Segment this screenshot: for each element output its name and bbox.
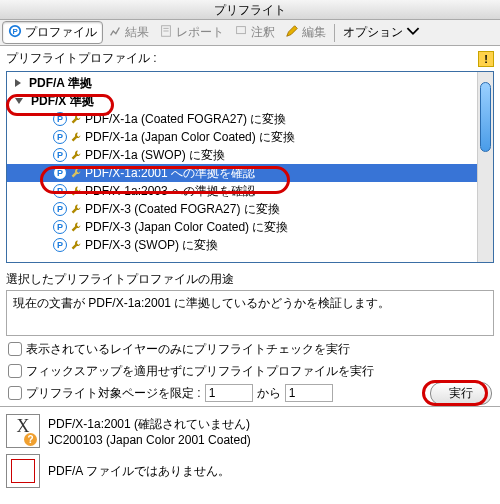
footer: X ? PDF/X-1a:2001 (確認されていません) JC200103 (…: [0, 406, 500, 495]
opt-label: フィックスアップを適用せずにプリフライトプロファイルを実行: [26, 363, 374, 380]
checkbox[interactable]: [8, 364, 22, 378]
tree-item-label: PDF/X-1a:2001 への準拠を確認: [85, 165, 255, 182]
profile-p-icon: P: [53, 112, 67, 126]
checkbox[interactable]: [8, 386, 22, 400]
to-label: から: [257, 385, 281, 402]
tree-scrollbar[interactable]: [477, 72, 493, 262]
profile-p-icon: P: [53, 148, 67, 162]
profile-p-icon: P: [53, 202, 67, 216]
tree-item-label: PDF/X-1a:2003 への準拠を確認: [85, 183, 255, 200]
profile-p-icon: P: [53, 130, 67, 144]
tree-item[interactable]: P PDF/X-3 (SWOP) に変換: [7, 236, 477, 254]
tree-item[interactable]: P PDF/X-3 (Japan Color Coated) に変換: [7, 218, 477, 236]
footer-pdfx: X ? PDF/X-1a:2001 (確認されていません) JC200103 (…: [6, 411, 494, 451]
profile-p-icon: P: [53, 238, 67, 252]
disclosure-closed-icon[interactable]: [15, 79, 21, 87]
tree-item-selected[interactable]: P PDF/X-1a:2001 への準拠を確認: [7, 164, 477, 182]
tree-item-label: PDF/X-1a (Japan Color Coated) に変換: [85, 129, 295, 146]
chevron-down-icon: [406, 24, 420, 41]
tab-report[interactable]: レポート: [154, 22, 229, 43]
pdfx-status-line2: JC200103 (Japan Color 2001 Coated): [48, 433, 251, 447]
tree-item-label: PDF/X-3 (SWOP) に変換: [85, 237, 218, 254]
tree-item[interactable]: P PDF/X-3 (Coated FOGRA27) に変換: [7, 200, 477, 218]
footer-pdfa: PDF/A ファイルではありません。: [6, 451, 494, 491]
profile-p-icon: P: [53, 166, 67, 180]
tree-item[interactable]: P PDF/X-1a (Coated FOGRA27) に変換: [7, 110, 477, 128]
tree-item-label: PDF/X-3 (Japan Color Coated) に変換: [85, 219, 288, 236]
pencil-icon: [285, 24, 299, 41]
wrench-icon: [69, 220, 83, 234]
options-panel: 表示されているレイヤーのみにプリフライトチェックを実行 フィックスアップを適用せ…: [0, 336, 500, 406]
edit-button[interactable]: 編集: [280, 22, 331, 43]
wrench-icon: [69, 130, 83, 144]
group-label: PDF/X 準拠: [31, 93, 94, 110]
wrench-icon: [69, 166, 83, 180]
checkbox[interactable]: [8, 342, 22, 356]
profile-icon: P: [8, 24, 22, 41]
wrench-icon: [69, 112, 83, 126]
purpose-text: 現在の文書が PDF/X-1a:2001 に準拠しているかどうかを検証します。: [13, 296, 390, 310]
tab-annotation-label: 注釈: [251, 24, 275, 41]
tab-results[interactable]: 結果: [103, 22, 154, 43]
window-titlebar: プリフライト: [0, 0, 500, 20]
tree-item[interactable]: P PDF/X-1a:2003 への準拠を確認: [7, 182, 477, 200]
edit-label: 編集: [302, 24, 326, 41]
tree-item[interactable]: P PDF/X-1a (SWOP) に変換: [7, 146, 477, 164]
question-badge-icon: ?: [24, 433, 37, 446]
svg-rect-5: [237, 27, 246, 34]
tab-results-label: 結果: [125, 24, 149, 41]
tree-item-label: PDF/X-3 (Coated FOGRA27) に変換: [85, 201, 280, 218]
purpose-heading: 選択したプリフライトプロファイルの用途: [0, 265, 500, 290]
opt-visible-layers[interactable]: 表示されているレイヤーのみにプリフライトチェックを実行: [8, 338, 492, 360]
wrench-icon: [69, 202, 83, 216]
results-icon: [108, 24, 122, 41]
tab-profile-label: プロファイル: [25, 24, 97, 41]
tree-item-label: PDF/X-1a (SWOP) に変換: [85, 147, 225, 164]
annotation-icon: [234, 24, 248, 41]
group-label: PDF/A 準拠: [29, 75, 92, 92]
tree-item[interactable]: P PDF/X-1a (Japan Color Coated) に変換: [7, 128, 477, 146]
tree-group-pdfa[interactable]: PDF/A 準拠: [7, 74, 477, 92]
disclosure-open-icon[interactable]: [15, 98, 23, 104]
opt-label: プリフライト対象ページを限定 :: [26, 385, 201, 402]
tab-annotation[interactable]: 注釈: [229, 22, 280, 43]
window-title: プリフライト: [214, 3, 286, 17]
pdfx-icon: X ?: [6, 414, 40, 448]
page-to-input[interactable]: [285, 384, 333, 402]
opt-no-fixups[interactable]: フィックスアップを適用せずにプリフライトプロファイルを実行: [8, 360, 492, 382]
pdfa-icon: [6, 454, 40, 488]
warning-icon[interactable]: !: [478, 51, 494, 67]
toolbar-separator: [334, 24, 335, 42]
options-label: オプション: [343, 24, 403, 41]
profile-p-icon: P: [53, 220, 67, 234]
opt-label: 表示されているレイヤーのみにプリフライトチェックを実行: [26, 341, 350, 358]
preflight-profile-label: プリフライトプロファイル :: [6, 50, 157, 67]
wrench-icon: [69, 238, 83, 252]
profile-tree-list[interactable]: PDF/A 準拠 PDF/X 準拠 P PDF/X-1a (Coated FOG…: [7, 72, 477, 262]
opt-limit-pages[interactable]: プリフライト対象ページを限定 : から 実行: [8, 382, 492, 404]
run-button[interactable]: 実行: [430, 382, 492, 405]
section-header: プリフライトプロファイル : !: [0, 46, 500, 69]
toolbar: P プロファイル 結果 レポート 注釈 編集 オプション: [0, 20, 500, 46]
page-from-input[interactable]: [205, 384, 253, 402]
tree-item-label: PDF/X-1a (Coated FOGRA27) に変換: [85, 111, 286, 128]
wrench-icon: [69, 148, 83, 162]
tab-report-label: レポート: [176, 24, 224, 41]
scrollbar-thumb[interactable]: [480, 82, 491, 152]
pdfx-status-line1: PDF/X-1a:2001 (確認されていません): [48, 416, 251, 433]
pdfa-status: PDF/A ファイルではありません。: [48, 463, 230, 480]
profile-tree: PDF/A 準拠 PDF/X 準拠 P PDF/X-1a (Coated FOG…: [6, 71, 494, 263]
options-menu[interactable]: オプション: [338, 22, 425, 43]
purpose-description: 現在の文書が PDF/X-1a:2001 に準拠しているかどうかを検証します。: [6, 290, 494, 336]
tab-profile[interactable]: P プロファイル: [2, 21, 103, 44]
profile-p-icon: P: [53, 184, 67, 198]
tree-group-pdfx[interactable]: PDF/X 準拠: [7, 92, 477, 110]
report-icon: [159, 24, 173, 41]
wrench-icon: [69, 184, 83, 198]
svg-text:P: P: [12, 27, 17, 36]
